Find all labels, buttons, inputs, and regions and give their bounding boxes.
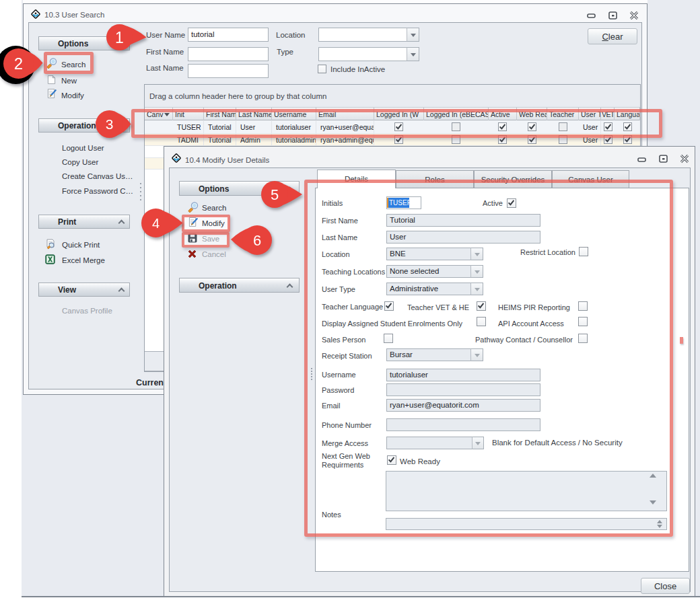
svg-text:6: 6 [253, 232, 261, 249]
svg-text:2: 2 [13, 54, 22, 73]
svg-text:1: 1 [115, 28, 124, 46]
svg-text:5: 5 [271, 186, 279, 203]
svg-text:4: 4 [151, 215, 159, 230]
svg-text:3: 3 [105, 116, 113, 132]
